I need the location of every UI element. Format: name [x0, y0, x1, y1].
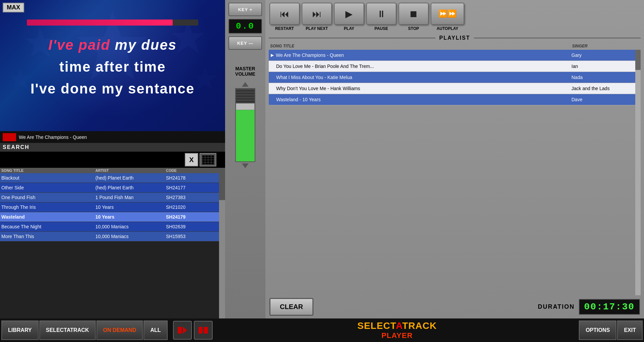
autoplay-btn-face: ⏩⏩ — [431, 3, 464, 25]
pause-btn-face: ⏸ — [366, 3, 396, 25]
bottom-left-buttons: LIBRARY SELECTATRACK ON DEMAND ALL — [0, 318, 169, 342]
volume-down-button[interactable] — [242, 163, 249, 168]
stop-button[interactable]: ⏹ STOP — [398, 3, 429, 31]
selectatrack-button[interactable]: SELECTATRACK — [39, 320, 96, 340]
playlist-row[interactable]: What I Miss About You - Katie Melua Nada — [269, 72, 641, 83]
song-list-row[interactable]: Wasteland 10 Years SH24179 — [0, 212, 225, 222]
svg-rect-9 — [204, 327, 208, 334]
lyric-line3: I've done my sentance — [0, 81, 225, 97]
volume-fill — [236, 107, 255, 161]
stop-music-button[interactable] — [173, 321, 192, 340]
restart-btn-face: ⏮ — [269, 3, 300, 25]
svg-rect-8 — [199, 327, 203, 334]
song-code-cell: SH24179 — [166, 214, 200, 220]
song-artist-cell: 1 Pound Fish Man — [95, 195, 166, 200]
col-header-code: CODE — [166, 168, 200, 173]
key-plus-button[interactable]: KEY + — [228, 3, 262, 16]
play-next-button[interactable]: ⏭ PLAY NEXT — [302, 3, 332, 31]
col-header-title: SONG TITLE — [1, 168, 95, 173]
playlist-row[interactable]: ▶ We Are The Champions - Queen Gary — [269, 50, 641, 61]
pl-song-title: Why Don't You Love Me - Hank Williams — [276, 86, 571, 91]
search-input[interactable] — [1, 153, 183, 166]
search-grid-button[interactable] — [200, 153, 216, 166]
lyric-line1: I've paid my dues — [0, 37, 225, 53]
logo-track: TRACK — [402, 320, 437, 331]
restart-label: RESTART — [275, 26, 294, 31]
playlist-row[interactable]: Do You Love Me - Brian Poole And The Tre… — [269, 61, 641, 72]
song-code-cell: SH21020 — [166, 204, 200, 210]
options-button[interactable]: OPTIONS — [579, 320, 616, 340]
song-list-row[interactable]: More Than This 10,000 Maniacs SH15953 — [0, 232, 225, 241]
play-button[interactable]: ▶ PLAY — [334, 3, 364, 31]
key-display: 0.0 — [228, 19, 262, 34]
restart-button[interactable]: ⏮ RESTART — [269, 3, 300, 31]
middle-panel: KEY + 0.0 KEY — MASTER VOLUME — [225, 0, 265, 318]
pl-song-title: We Are The Champions - Queen — [276, 52, 571, 58]
playlist-row[interactable]: Why Don't You Love Me - Hank Williams Ja… — [269, 83, 641, 94]
playlist-title: PLAYLIST — [435, 35, 474, 41]
now-playing-title: We Are The Champions - Queen — [19, 135, 87, 140]
key-minus-button[interactable]: KEY — — [228, 36, 262, 50]
grid-icon — [202, 155, 214, 164]
lyric-highlight: I've paid — [48, 37, 110, 53]
exit-button[interactable]: EXIT — [617, 320, 643, 340]
song-list-row[interactable]: Because The Night 10,000 Maniacs SH02639 — [0, 222, 225, 232]
song-artist-cell: 10 Years — [95, 204, 166, 210]
search-header: SEARCH — [0, 143, 225, 152]
all-button[interactable]: ALL — [143, 320, 167, 340]
song-artist-cell: (hed) Planet Earth — [95, 185, 166, 190]
playlist-scrollbar[interactable] — [635, 50, 641, 295]
song-list-row[interactable]: Blackout (hed) Planet Earth SH24178 — [0, 173, 225, 183]
volume-track[interactable] — [235, 88, 255, 162]
pl-col-header-song: SONG TITLE — [270, 44, 572, 48]
pause-button[interactable]: ⏸ PAUSE — [366, 3, 396, 31]
max-badge: MAX — [3, 3, 24, 12]
transport-row: ⏮ RESTART ⏭ PLAY NEXT ▶ PLAY ⏸ PAUSE ⏹ S… — [265, 0, 644, 34]
clear-button[interactable]: CLEAR — [269, 298, 313, 316]
pl-singer: Jack and the Lads — [571, 86, 639, 91]
pl-song-title: Do You Love Me - Brian Poole And The Tre… — [276, 64, 571, 69]
logo-select: SELECT — [357, 320, 396, 331]
autoplay-button[interactable]: ⏩⏩ AUTOPLAY — [431, 3, 464, 31]
song-list-row[interactable]: One Pound Fish 1 Pound Fish Man SH27383 — [0, 193, 225, 202]
search-clear-button[interactable]: X — [185, 153, 198, 166]
song-code-cell: SH02639 — [166, 224, 200, 229]
play-btn-face: ▶ — [334, 3, 364, 25]
svg-marker-6 — [183, 327, 187, 334]
song-list-row[interactable]: Other Side (hed) Planet Earth SH24177 — [0, 183, 225, 193]
volume-handle[interactable] — [236, 103, 255, 110]
library-button[interactable]: LIBRARY — [1, 320, 39, 340]
key-minus-label: KEY — — [237, 41, 253, 46]
pl-singer: Dave — [571, 97, 639, 102]
on-demand-button[interactable]: ON DEMAND — [96, 320, 143, 340]
lyric-normal: my dues — [110, 37, 177, 53]
song-list-row[interactable]: Through The Iris 10 Years SH21020 — [0, 202, 225, 212]
song-list-scrollbar[interactable] — [219, 173, 225, 318]
col-header-artist: ARTIST — [95, 168, 166, 173]
lyric-line2: time after time — [0, 59, 225, 75]
song-code-cell: SH27383 — [166, 195, 200, 200]
karaoke-display: MAX I've paid my dues time after time I'… — [0, 0, 225, 131]
progress-bar-fill — [27, 20, 173, 26]
pl-song-title: What I Miss About You - Katie Melua — [276, 75, 571, 80]
song-title-cell: Through The Iris — [1, 204, 95, 210]
playlist-col-headers: SONG TITLE SINGER — [269, 42, 641, 50]
master-volume-label: MASTER VOLUME — [235, 66, 255, 77]
play-next-btn-face: ⏭ — [302, 3, 332, 25]
pause-label: PAUSE — [375, 26, 388, 31]
fade-button[interactable] — [194, 321, 213, 340]
song-title-cell: Because The Night — [1, 224, 95, 229]
volume-up-button[interactable] — [242, 82, 249, 87]
now-playing-indicator — [3, 133, 16, 141]
search-input-row: X — [0, 152, 225, 168]
pl-singer: Nada — [571, 75, 639, 80]
now-playing-arrow: ▶ — [271, 53, 274, 58]
song-title-cell: Wasteland — [1, 214, 95, 220]
playlist-line-left — [269, 38, 435, 38]
pl-col-header-singer: SINGER — [572, 44, 639, 48]
song-title-cell: One Pound Fish — [1, 195, 95, 200]
playlist-row[interactable]: Wasteland - 10 Years Dave — [269, 94, 641, 105]
right-bottom: CLEAR DURATION 00:17:30 — [265, 295, 644, 318]
playlist-list: ▶ We Are The Champions - Queen Gary Do Y… — [269, 50, 641, 295]
play-next-label: PLAY NEXT — [306, 26, 328, 31]
